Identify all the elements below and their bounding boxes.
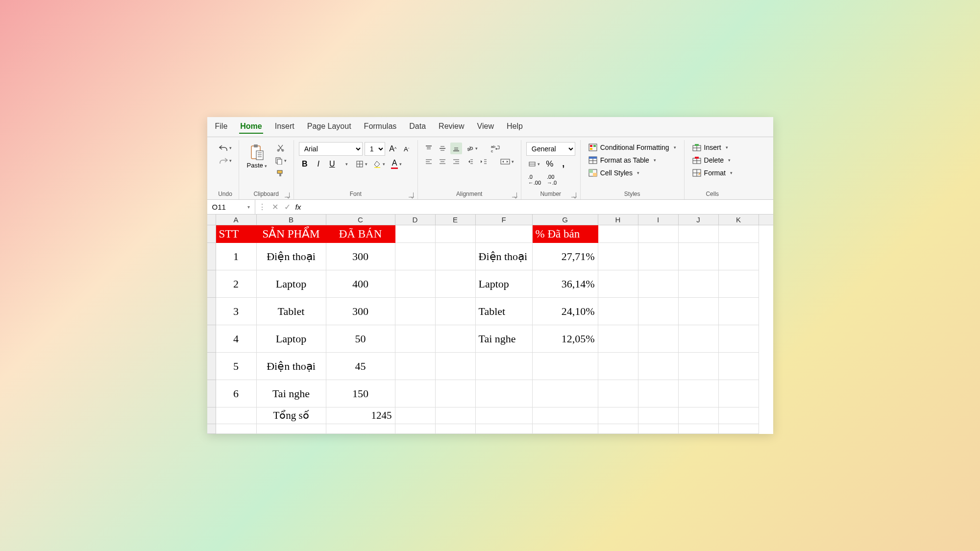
col-header-e[interactable]: E [436, 215, 476, 225]
copy-button[interactable] [273, 155, 289, 167]
orientation-button[interactable]: ab [464, 143, 480, 154]
col-header-c[interactable]: C [326, 215, 395, 225]
underline-dropdown[interactable] [340, 158, 352, 170]
cell[interactable]: Tablet [476, 298, 533, 325]
cell[interactable] [216, 407, 257, 424]
cell[interactable] [598, 243, 638, 270]
cell[interactable] [395, 353, 436, 380]
cell[interactable]: Laptop [257, 270, 326, 298]
cell[interactable]: 1 [216, 243, 257, 270]
bold-button[interactable]: B [299, 158, 311, 170]
font-color-button[interactable]: A [389, 157, 404, 171]
cell[interactable] [395, 325, 436, 353]
border-button[interactable] [354, 158, 369, 170]
merge-center-button[interactable] [498, 156, 516, 168]
cell[interactable] [476, 225, 533, 243]
row-header[interactable] [207, 225, 216, 243]
cell[interactable] [638, 353, 679, 380]
row-header[interactable] [207, 424, 216, 434]
row-header[interactable] [207, 325, 216, 353]
cell[interactable] [679, 424, 719, 434]
decrease-decimal-button[interactable]: .00→.0 [545, 172, 559, 188]
cell[interactable]: 300 [326, 298, 395, 325]
formula-input[interactable] [303, 204, 773, 210]
cell[interactable]: 12,05% [533, 325, 598, 353]
cell[interactable] [598, 353, 638, 380]
underline-button[interactable]: U [326, 158, 338, 170]
tab-view[interactable]: View [476, 120, 495, 134]
col-header-b[interactable]: B [257, 215, 326, 225]
cell[interactable]: Điện thoại [257, 353, 326, 380]
alignment-dialog-launcher[interactable] [512, 192, 517, 197]
align-middle-button[interactable] [437, 143, 448, 154]
cell[interactable] [719, 225, 759, 243]
cell[interactable]: Tablet [257, 298, 326, 325]
cell[interactable] [719, 243, 759, 270]
cell[interactable] [638, 325, 679, 353]
cell[interactable]: 6 [216, 380, 257, 407]
tab-formulas[interactable]: Formulas [363, 120, 398, 134]
cell[interactable] [638, 243, 679, 270]
tab-help[interactable]: Help [506, 120, 524, 134]
row-header[interactable] [207, 353, 216, 380]
cell[interactable] [679, 270, 719, 298]
cell[interactable] [395, 298, 436, 325]
tab-data[interactable]: Data [408, 120, 427, 134]
comma-button[interactable]: , [558, 157, 569, 171]
cell-styles-button[interactable]: Cell Styles [586, 168, 642, 178]
cell[interactable] [476, 353, 533, 380]
cell[interactable] [679, 407, 719, 424]
cell[interactable] [436, 225, 476, 243]
row-header[interactable] [207, 270, 216, 298]
conditional-formatting-button[interactable]: Conditional Formatting [586, 142, 679, 153]
cell[interactable] [679, 353, 719, 380]
percent-button[interactable]: % [544, 157, 556, 171]
cell[interactable] [476, 407, 533, 424]
col-header-f[interactable]: F [476, 215, 533, 225]
tab-review[interactable]: Review [438, 120, 465, 134]
cell[interactable] [436, 325, 476, 353]
cell[interactable] [216, 424, 257, 434]
italic-button[interactable]: I [313, 158, 324, 170]
cell[interactable] [638, 407, 679, 424]
cell[interactable] [476, 380, 533, 407]
cell[interactable]: 50 [326, 325, 395, 353]
tab-file[interactable]: File [214, 120, 229, 134]
tab-page-layout[interactable]: Page Layout [306, 120, 352, 134]
cell[interactable] [436, 380, 476, 407]
cell[interactable] [598, 298, 638, 325]
fill-color-button[interactable] [371, 158, 387, 170]
cell[interactable] [719, 380, 759, 407]
delete-cells-button[interactable]: Delete [689, 155, 734, 166]
number-format-select[interactable]: General [526, 142, 575, 156]
cell[interactable]: STT [216, 225, 257, 243]
cell[interactable] [638, 270, 679, 298]
tab-home[interactable]: Home [239, 120, 263, 134]
font-name-select[interactable]: Arial [299, 142, 363, 156]
cell[interactable] [598, 380, 638, 407]
formula-options-icon[interactable]: ⋮ [255, 200, 269, 214]
cell[interactable]: 300 [326, 243, 395, 270]
col-header-a[interactable]: A [216, 215, 257, 225]
increase-indent-button[interactable] [478, 156, 490, 168]
cell[interactable]: Tai nghe [476, 325, 533, 353]
cell[interactable] [436, 298, 476, 325]
decrease-indent-button[interactable] [464, 156, 476, 168]
cell[interactable] [679, 298, 719, 325]
cell[interactable] [395, 243, 436, 270]
format-as-table-button[interactable]: Format as Table [586, 155, 659, 166]
cell[interactable]: SẢN PHẨM [257, 225, 326, 243]
cell[interactable] [598, 225, 638, 243]
accounting-format-button[interactable] [526, 158, 542, 170]
cell[interactable]: 2 [216, 270, 257, 298]
cell[interactable] [257, 424, 326, 434]
col-header-i[interactable]: I [638, 215, 679, 225]
cell[interactable]: 45 [326, 353, 395, 380]
cell[interactable] [679, 225, 719, 243]
select-all-corner[interactable] [207, 215, 216, 225]
enter-formula-button[interactable]: ✓ [281, 200, 294, 214]
cell[interactable] [395, 225, 436, 243]
cell[interactable] [395, 407, 436, 424]
cell[interactable] [719, 270, 759, 298]
cell[interactable] [395, 270, 436, 298]
